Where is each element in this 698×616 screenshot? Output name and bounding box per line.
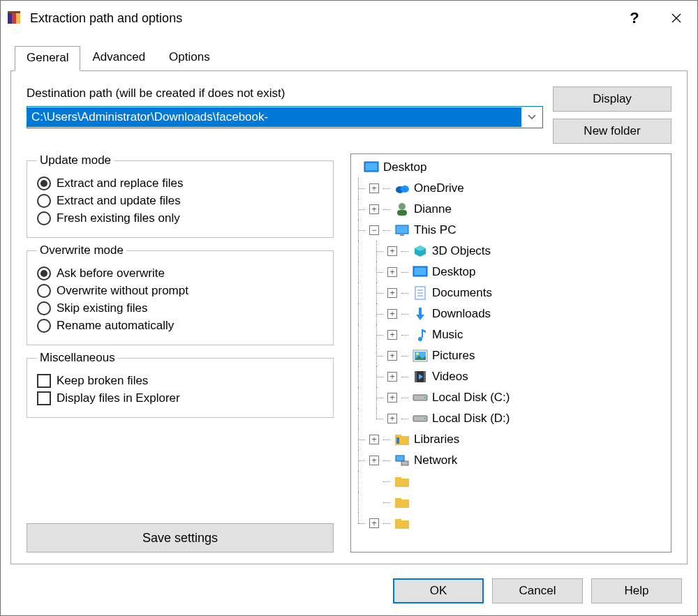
tree-node-folder-1[interactable]	[351, 471, 671, 492]
svg-rect-11	[397, 210, 407, 216]
expand-icon[interactable]: +	[369, 204, 379, 214]
svg-rect-0	[8, 13, 12, 24]
expand-icon[interactable]: +	[387, 372, 397, 382]
check-label: Display files in Explorer	[57, 391, 180, 405]
svg-rect-47	[395, 519, 401, 522]
tree-node-desktop-sub[interactable]: + Desktop	[351, 262, 671, 283]
display-button[interactable]: Display	[553, 87, 671, 112]
tree-node-music[interactable]: + Music	[351, 324, 671, 345]
radio-extract-replace[interactable]: Extract and replace files	[37, 176, 323, 190]
update-mode-legend: Update mode	[37, 153, 114, 167]
tree-node-user[interactable]: + Dianne	[351, 199, 671, 220]
expand-icon[interactable]: +	[387, 309, 397, 319]
expand-icon[interactable]: +	[387, 414, 397, 423]
check-keep-broken[interactable]: Keep broken files	[37, 374, 323, 388]
cube-icon	[413, 243, 428, 259]
svg-rect-22	[419, 308, 422, 315]
expand-icon[interactable]: +	[369, 183, 379, 193]
tree-node-folder-3[interactable]: +	[351, 513, 671, 534]
expand-icon[interactable]: +	[387, 393, 397, 403]
expand-icon[interactable]: +	[369, 518, 379, 528]
tree-node-videos[interactable]: + Videos	[351, 366, 671, 387]
tree-node-3dobjects[interactable]: + 3D Objects	[351, 241, 671, 262]
tree-node-pictures[interactable]: + Pictures	[351, 345, 671, 366]
svg-rect-2	[16, 13, 20, 24]
expand-icon[interactable]: +	[387, 246, 397, 256]
radio-skip-existing[interactable]: Skip existing files	[37, 301, 323, 315]
tree-label: Dianne	[414, 202, 452, 216]
tree-label: Network	[414, 453, 457, 467]
tree-node-onedrive[interactable]: + OneDrive	[351, 178, 671, 199]
svg-point-24	[418, 337, 422, 341]
help-button[interactable]: ?	[614, 1, 655, 36]
expand-icon[interactable]: +	[369, 456, 379, 465]
dialog-window: Extraction path and options ? General Ad…	[0, 0, 698, 616]
ok-button[interactable]: OK	[393, 578, 484, 603]
destination-path-input[interactable]	[27, 107, 521, 127]
folder-icon	[394, 474, 410, 489]
tree-node-diskc[interactable]: + Local Disk (C:)	[351, 387, 671, 408]
radio-extract-update[interactable]: Extract and update files	[37, 194, 323, 208]
tree-node-downloads[interactable]: + Downloads	[351, 303, 671, 324]
pictures-icon	[413, 348, 428, 363]
expand-icon[interactable]: +	[387, 351, 397, 361]
tree-label: Desktop	[432, 265, 475, 279]
svg-rect-31	[424, 371, 426, 382]
radio-ask-before[interactable]: Ask before overwrite	[37, 266, 323, 280]
tab-general[interactable]: General	[15, 46, 80, 71]
tab-advanced[interactable]: Advanced	[80, 45, 157, 70]
svg-point-9	[401, 186, 409, 193]
radio-label: Extract and update files	[57, 194, 181, 208]
tree-node-documents[interactable]: + Documents	[351, 283, 671, 303]
expand-icon[interactable]: +	[387, 288, 397, 298]
help-footer-button[interactable]: Help	[591, 578, 682, 603]
cancel-button[interactable]: Cancel	[492, 578, 583, 603]
radio-fresh-existing[interactable]: Fresh existing files only	[37, 211, 323, 225]
svg-rect-40	[396, 456, 404, 461]
drive-icon	[413, 390, 428, 405]
svg-rect-38	[395, 435, 401, 437]
collapse-icon[interactable]: −	[369, 225, 379, 235]
svg-rect-41	[401, 461, 408, 465]
chevron-down-icon[interactable]	[521, 114, 542, 120]
music-icon	[413, 327, 428, 343]
tree-node-libraries[interactable]: + Libraries	[351, 429, 671, 450]
radio-label: Rename automatically	[57, 319, 174, 333]
tree-label: Pictures	[432, 349, 475, 363]
tree-label: 3D Objects	[432, 244, 491, 258]
radio-overwrite-noprompt[interactable]: Overwrite without prompt	[37, 284, 323, 298]
svg-rect-3	[8, 11, 20, 13]
svg-rect-1	[12, 13, 16, 24]
tree-node-folder-2[interactable]	[351, 492, 671, 513]
tree-node-thispc[interactable]: − This PC	[351, 220, 671, 241]
new-folder-button[interactable]: New folder	[553, 119, 671, 144]
documents-icon	[413, 285, 428, 301]
tree-node-desktop[interactable]: Desktop	[351, 157, 671, 178]
tree-label: Libraries	[414, 433, 459, 446]
tree-label: Music	[432, 328, 463, 342]
window-title: Extraction path and options	[30, 11, 614, 26]
svg-point-28	[416, 352, 419, 355]
tab-options[interactable]: Options	[157, 45, 222, 70]
close-button[interactable]	[655, 1, 697, 36]
radio-label: Skip existing files	[57, 301, 147, 315]
misc-group: Miscellaneous Keep broken files Display …	[27, 351, 334, 418]
folder-tree[interactable]: Desktop + OneDrive +	[350, 153, 671, 553]
computer-icon	[394, 223, 410, 238]
tree-label: Downloads	[432, 307, 491, 321]
tree-node-network[interactable]: + Network	[351, 450, 671, 471]
radio-rename-auto[interactable]: Rename automatically	[37, 319, 323, 333]
check-display-explorer[interactable]: Display files in Explorer	[37, 391, 323, 405]
network-icon	[394, 453, 410, 468]
destination-path-combo[interactable]	[27, 106, 543, 128]
expand-icon[interactable]: +	[387, 267, 397, 277]
expand-icon[interactable]: +	[387, 330, 397, 340]
tree-node-diskd[interactable]: + Local Disk (D:)	[351, 408, 671, 429]
tab-strip: General Advanced Options	[1, 45, 697, 70]
svg-point-36	[424, 418, 426, 420]
tree-label: Local Disk (C:)	[432, 391, 510, 405]
drive-icon	[413, 411, 428, 426]
svg-rect-7	[366, 163, 377, 170]
expand-icon[interactable]: +	[369, 435, 379, 444]
save-settings-button[interactable]: Save settings	[27, 523, 334, 553]
